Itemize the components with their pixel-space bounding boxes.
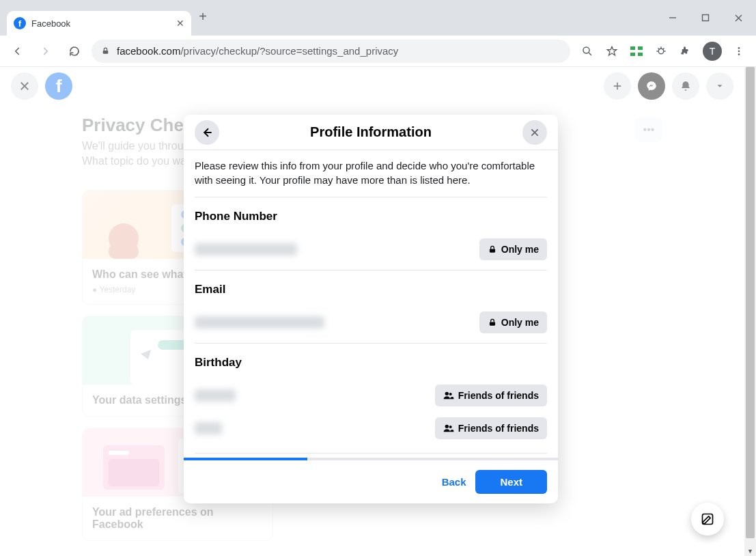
facebook-favicon: f: [14, 17, 26, 29]
scroll-thumb[interactable]: [746, 67, 755, 538]
svg-line-16: [662, 48, 664, 49]
modal-description: Please review this info from your profil…: [195, 158, 547, 197]
email-audience-button[interactable]: Only me: [479, 311, 547, 333]
extension-green-icon[interactable]: [629, 44, 644, 59]
svg-point-17: [738, 47, 740, 49]
svg-rect-50: [703, 514, 713, 525]
scrollbar[interactable]: ▲ ▼: [744, 67, 756, 556]
svg-point-18: [738, 50, 740, 52]
modal-header: Profile Information: [184, 115, 558, 150]
svg-point-48: [445, 425, 448, 428]
svg-point-19: [738, 53, 740, 55]
toolbar-icons: T: [576, 42, 751, 61]
svg-point-47: [449, 393, 451, 395]
edit-fab[interactable]: [691, 503, 724, 536]
svg-rect-9: [630, 53, 635, 56]
svg-rect-10: [638, 53, 643, 56]
browser-menu-icon[interactable]: [731, 44, 746, 59]
scroll-down-icon[interactable]: ▼: [744, 546, 756, 556]
birthday-year-redacted: [195, 422, 222, 434]
modal-back-button[interactable]: [195, 120, 219, 145]
forward-button[interactable]: [34, 40, 57, 63]
email-value-redacted: [195, 316, 324, 329]
url-text: facebook.com/privacy/checkup/?source=set…: [117, 45, 398, 57]
birthday-day-audience-button[interactable]: Friends of friends: [435, 385, 547, 406]
friends-icon: [443, 391, 454, 400]
section-phone: Phone Number Only me: [195, 197, 547, 270]
window-minimize-icon[interactable]: [659, 5, 686, 30]
window-close-icon[interactable]: [725, 5, 752, 30]
next-button[interactable]: Next: [475, 470, 547, 494]
svg-rect-8: [638, 46, 643, 50]
viewport: f ••• Privacy Checkup We'll guide you th…: [0, 67, 756, 556]
bug-icon[interactable]: [654, 44, 669, 59]
section-birthday: Birthday Friends of friends Friends of f…: [195, 343, 547, 449]
svg-rect-45: [490, 322, 495, 325]
back-button[interactable]: Back: [442, 476, 466, 488]
back-button[interactable]: [5, 40, 29, 63]
lock-icon: [101, 46, 110, 55]
lock-icon: [488, 318, 497, 327]
profile-avatar[interactable]: T: [703, 42, 722, 61]
friends-icon: [443, 423, 454, 433]
address-bar[interactable]: facebook.com/privacy/checkup/?source=set…: [92, 40, 570, 63]
page: f ••• Privacy Checkup We'll guide you th…: [0, 67, 744, 556]
bookmark-star-icon[interactable]: [604, 44, 619, 59]
browser-toolbar: facebook.com/privacy/checkup/?source=set…: [0, 36, 756, 67]
phone-audience-button[interactable]: Only me: [479, 238, 547, 260]
new-tab-button[interactable]: +: [191, 9, 214, 25]
profile-info-modal: Profile Information Please review this i…: [184, 115, 558, 503]
birthday-day-redacted: [195, 389, 236, 402]
svg-point-46: [445, 392, 448, 395]
browser-titlebar: f Facebook ✕ +: [0, 0, 756, 36]
svg-rect-1: [703, 15, 709, 21]
reload-button[interactable]: [63, 40, 86, 63]
browser-tab[interactable]: f Facebook ✕: [7, 11, 191, 36]
svg-rect-7: [630, 46, 635, 50]
tab-close-icon[interactable]: ✕: [176, 18, 184, 29]
modal-close-button[interactable]: [522, 120, 547, 145]
svg-point-5: [583, 47, 589, 53]
phone-value-redacted: [195, 243, 297, 255]
svg-point-49: [449, 426, 451, 428]
window-controls: [659, 0, 756, 36]
lock-icon: [488, 245, 497, 254]
svg-line-15: [658, 48, 660, 49]
email-label: Email: [195, 283, 547, 296]
tab-title: Facebook: [31, 18, 171, 29]
modal-title: Profile Information: [310, 124, 432, 140]
zoom-icon[interactable]: [580, 44, 595, 59]
extensions-puzzle-icon[interactable]: [678, 44, 693, 59]
birthday-year-audience-button[interactable]: Friends of friends: [435, 417, 547, 439]
window-maximize-icon[interactable]: [692, 5, 719, 30]
svg-rect-4: [103, 51, 109, 54]
section-email: Email Only me: [195, 270, 547, 343]
birthday-label: Birthday: [195, 356, 547, 370]
svg-line-6: [589, 53, 591, 55]
svg-rect-44: [490, 249, 495, 252]
phone-label: Phone Number: [195, 210, 547, 223]
